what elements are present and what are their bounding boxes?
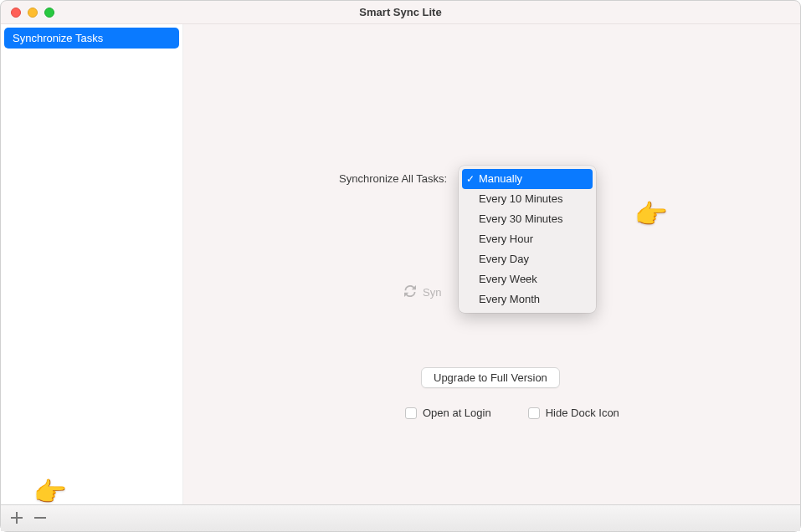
refresh-icon <box>404 285 416 299</box>
dropdown-option-manually[interactable]: Manually <box>462 169 593 189</box>
synchronize-now-button[interactable]: Syn <box>404 285 441 299</box>
remove-button[interactable] <box>33 511 48 526</box>
open-at-login-checkbox[interactable]: Open at Login <box>405 407 491 419</box>
dropdown-option-label: Every Week <box>479 273 537 285</box>
sidebar: Synchronize Tasks <box>1 24 183 504</box>
upgrade-button[interactable]: Upgrade to Full Version <box>421 367 560 388</box>
dropdown-option-label: Manually <box>479 172 522 185</box>
dropdown-option-every-hour[interactable]: Every Hour <box>462 229 593 249</box>
options-row: Open at Login Hide Dock Icon <box>405 407 619 419</box>
dropdown-option-every-30-minutes[interactable]: Every 30 Minutes <box>462 209 593 229</box>
hide-dock-icon-label: Hide Dock Icon <box>546 407 619 419</box>
plus-icon <box>11 511 23 526</box>
dropdown-option-label: Every Month <box>479 293 540 305</box>
dropdown-option-label: Every 30 Minutes <box>479 212 562 225</box>
dropdown-option-label: Every 10 Minutes <box>479 192 562 205</box>
open-at-login-label: Open at Login <box>423 407 491 419</box>
upgrade-button-label: Upgrade to Full Version <box>434 371 547 384</box>
sidebar-item-synchronize-tasks[interactable]: Synchronize Tasks <box>4 28 179 49</box>
synchronize-all-tasks-label: Synchronize All Tasks: <box>339 172 447 185</box>
pointing-hand-icon: 👈 <box>635 198 669 230</box>
checkbox-box <box>405 407 417 419</box>
app-window: Smart Sync Lite Synchronize Tasks Synchr… <box>0 0 801 532</box>
dropdown-option-every-day[interactable]: Every Day <box>462 249 593 269</box>
sidebar-item-label: Synchronize Tasks <box>13 32 103 44</box>
dropdown-option-every-week[interactable]: Every Week <box>462 269 593 289</box>
dropdown-option-label: Every Day <box>479 253 529 265</box>
svg-rect-0 <box>34 517 46 519</box>
main-panel: Synchronize All Tasks: Syn Upgrade to Fu… <box>183 24 800 504</box>
synchronize-now-label: Syn <box>423 286 441 299</box>
hide-dock-icon-checkbox[interactable]: Hide Dock Icon <box>528 407 619 419</box>
titlebar: Smart Sync Lite <box>1 1 800 24</box>
dropdown-option-every-10-minutes[interactable]: Every 10 Minutes <box>462 189 593 209</box>
dropdown-option-every-month[interactable]: Every Month <box>462 289 593 309</box>
window-title: Smart Sync Lite <box>1 6 800 18</box>
add-button[interactable] <box>9 511 24 526</box>
sync-interval-dropdown[interactable]: Manually Every 10 Minutes Every 30 Minut… <box>459 166 596 313</box>
bottom-toolbar <box>1 504 800 531</box>
dropdown-option-label: Every Hour <box>479 233 533 245</box>
checkbox-box <box>528 407 540 419</box>
minus-icon <box>34 511 46 526</box>
